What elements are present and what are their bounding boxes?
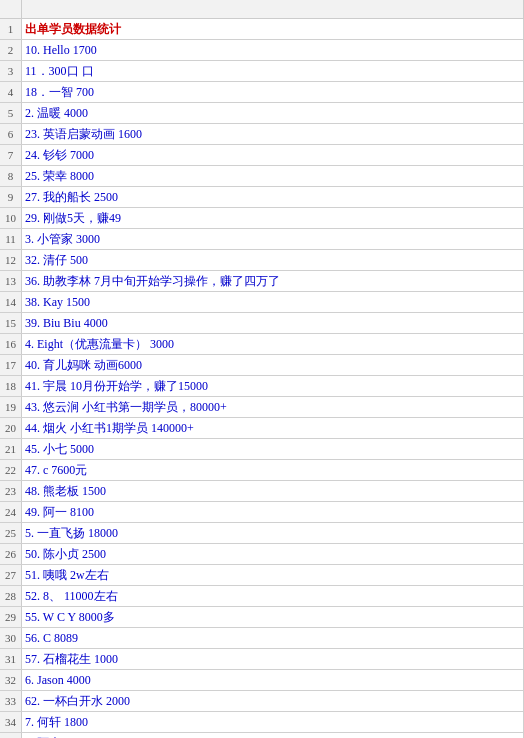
- data-cell[interactable]: 27. 我的船长 2500: [22, 187, 524, 207]
- col-a-label: [22, 0, 524, 18]
- data-cell[interactable]: 39. Biu Biu 4000: [22, 313, 524, 333]
- data-cell[interactable]: 57. 石榴花生 1000: [22, 649, 524, 669]
- data-cell[interactable]: 24. 钐钐 7000: [22, 145, 524, 165]
- data-cell[interactable]: 51. 咦哦 2w左右: [22, 565, 524, 585]
- row-number: 16: [0, 334, 22, 354]
- row-number: 7: [0, 145, 22, 165]
- data-cell[interactable]: 25. 荣幸 8000: [22, 166, 524, 186]
- row-number: 13: [0, 271, 22, 291]
- data-cell[interactable]: 45. 小七 5000: [22, 439, 524, 459]
- table-row[interactable]: 1232. 清仔 500: [0, 250, 524, 271]
- data-cell[interactable]: 40. 育儿妈咪 动画6000: [22, 355, 524, 375]
- table-row[interactable]: 311．300口 口: [0, 61, 524, 82]
- data-cell[interactable]: 49. 阿一 8100: [22, 502, 524, 522]
- table-row[interactable]: 825. 荣幸 8000: [0, 166, 524, 187]
- row-number: 33: [0, 691, 22, 711]
- row-number: 14: [0, 292, 22, 312]
- data-cell[interactable]: 6. Jason 4000: [22, 670, 524, 690]
- data-cell[interactable]: 55. W C Y 8000多: [22, 607, 524, 627]
- table-row[interactable]: 358. 阿木 2500: [0, 733, 524, 738]
- data-cell[interactable]: 7. 何轩 1800: [22, 712, 524, 732]
- data-cell[interactable]: 38. Kay 1500: [22, 292, 524, 312]
- data-cell[interactable]: 4. Eight（优惠流量卡） 3000: [22, 334, 524, 354]
- data-cell[interactable]: 43. 悠云涧 小红书第一期学员，80000+: [22, 397, 524, 417]
- data-cell[interactable]: 32. 清仔 500: [22, 250, 524, 270]
- row-number: 3: [0, 61, 22, 81]
- data-cell[interactable]: 23. 英语启蒙动画 1600: [22, 124, 524, 144]
- row-number: 15: [0, 313, 22, 333]
- table-row[interactable]: 2145. 小七 5000: [0, 439, 524, 460]
- row-number: 19: [0, 397, 22, 417]
- data-cell[interactable]: 8. 阿木 2500: [22, 733, 524, 738]
- row-number: 22: [0, 460, 22, 480]
- table-row[interactable]: 724. 钐钐 7000: [0, 145, 524, 166]
- table-row[interactable]: 1336. 助教李林 7月中旬开始学习操作，赚了四万了: [0, 271, 524, 292]
- row-number: 11: [0, 229, 22, 249]
- row-number: 17: [0, 355, 22, 375]
- table-row[interactable]: 2751. 咦哦 2w左右: [0, 565, 524, 586]
- row-number: 24: [0, 502, 22, 522]
- data-cell[interactable]: 50. 陈小贞 2500: [22, 544, 524, 564]
- data-cell[interactable]: 10. Hello 1700: [22, 40, 524, 60]
- row-number: 20: [0, 418, 22, 438]
- rows-container: 1出单学员数据统计210. Hello 1700311．300口 口418．一智…: [0, 19, 524, 738]
- table-row[interactable]: 2247. c 7600元: [0, 460, 524, 481]
- table-row[interactable]: 927. 我的船长 2500: [0, 187, 524, 208]
- table-row[interactable]: 1出单学员数据统计: [0, 19, 524, 40]
- spreadsheet: 1出单学员数据统计210. Hello 1700311．300口 口418．一智…: [0, 0, 524, 738]
- row-num-corner: [0, 0, 22, 18]
- data-cell[interactable]: 2. 温暖 4000: [22, 103, 524, 123]
- data-cell[interactable]: 44. 烟火 小红书1期学员 140000+: [22, 418, 524, 438]
- row-number: 8: [0, 166, 22, 186]
- row-number: 32: [0, 670, 22, 690]
- row-number: 26: [0, 544, 22, 564]
- data-cell[interactable]: 29. 刚做5天，赚49: [22, 208, 524, 228]
- table-row[interactable]: 3362. 一杯白开水 2000: [0, 691, 524, 712]
- table-row[interactable]: 113. 小管家 3000: [0, 229, 524, 250]
- table-row[interactable]: 2449. 阿一 8100: [0, 502, 524, 523]
- data-cell[interactable]: 18．一智 700: [22, 82, 524, 102]
- table-row[interactable]: 623. 英语启蒙动画 1600: [0, 124, 524, 145]
- row-number: 27: [0, 565, 22, 585]
- table-row[interactable]: 326. Jason 4000: [0, 670, 524, 691]
- table-row[interactable]: 2955. W C Y 8000多: [0, 607, 524, 628]
- table-row[interactable]: 1539. Biu Biu 4000: [0, 313, 524, 334]
- table-row[interactable]: 1438. Kay 1500: [0, 292, 524, 313]
- table-row[interactable]: 1740. 育儿妈咪 动画6000: [0, 355, 524, 376]
- data-cell[interactable]: 48. 熊老板 1500: [22, 481, 524, 501]
- row-number: 5: [0, 103, 22, 123]
- table-row[interactable]: 210. Hello 1700: [0, 40, 524, 61]
- column-header: [0, 0, 524, 19]
- row-number: 25: [0, 523, 22, 543]
- table-row[interactable]: 2044. 烟火 小红书1期学员 140000+: [0, 418, 524, 439]
- data-cell[interactable]: 56. C 8089: [22, 628, 524, 648]
- row-number: 2: [0, 40, 22, 60]
- data-cell[interactable]: 11．300口 口: [22, 61, 524, 81]
- data-cell[interactable]: 5. 一直飞扬 18000: [22, 523, 524, 543]
- table-row[interactable]: 3056. C 8089: [0, 628, 524, 649]
- row-number: 35: [0, 733, 22, 738]
- table-row[interactable]: 347. 何轩 1800: [0, 712, 524, 733]
- table-row[interactable]: 2852. 8、 11000左右: [0, 586, 524, 607]
- data-cell[interactable]: 36. 助教李林 7月中旬开始学习操作，赚了四万了: [22, 271, 524, 291]
- row-number: 18: [0, 376, 22, 396]
- row-number: 12: [0, 250, 22, 270]
- table-row[interactable]: 418．一智 700: [0, 82, 524, 103]
- row-number: 30: [0, 628, 22, 648]
- table-row[interactable]: 1943. 悠云涧 小红书第一期学员，80000+: [0, 397, 524, 418]
- table-row[interactable]: 1029. 刚做5天，赚49: [0, 208, 524, 229]
- row-number: 9: [0, 187, 22, 207]
- table-row[interactable]: 1841. 宇晨 10月份开始学，赚了15000: [0, 376, 524, 397]
- table-row[interactable]: 2348. 熊老板 1500: [0, 481, 524, 502]
- data-cell[interactable]: 62. 一杯白开水 2000: [22, 691, 524, 711]
- data-cell[interactable]: 41. 宇晨 10月份开始学，赚了15000: [22, 376, 524, 396]
- data-cell[interactable]: 3. 小管家 3000: [22, 229, 524, 249]
- data-cell[interactable]: 52. 8、 11000左右: [22, 586, 524, 606]
- table-row[interactable]: 255. 一直飞扬 18000: [0, 523, 524, 544]
- header-cell[interactable]: 出单学员数据统计: [22, 19, 524, 39]
- data-cell[interactable]: 47. c 7600元: [22, 460, 524, 480]
- table-row[interactable]: 2650. 陈小贞 2500: [0, 544, 524, 565]
- table-row[interactable]: 3157. 石榴花生 1000: [0, 649, 524, 670]
- table-row[interactable]: 164. Eight（优惠流量卡） 3000: [0, 334, 524, 355]
- table-row[interactable]: 52. 温暖 4000: [0, 103, 524, 124]
